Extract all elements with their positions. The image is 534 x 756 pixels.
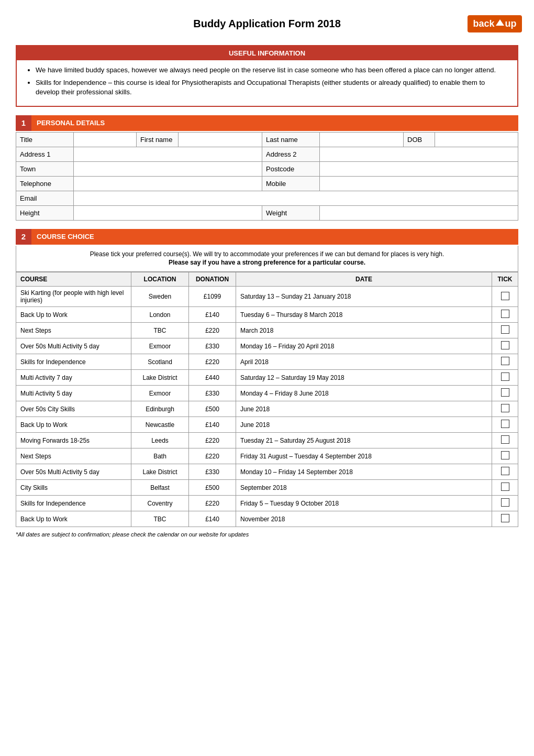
- col-header-donation: DONATION: [189, 272, 236, 287]
- tick-checkbox[interactable]: [501, 483, 509, 491]
- section2-title: COURSE CHOICE: [31, 229, 99, 244]
- table-row: Title First name Last name DOB: [16, 132, 518, 147]
- tick-checkbox[interactable]: [501, 388, 509, 397]
- course-location: Lake District: [131, 370, 189, 386]
- title-label: Title: [16, 132, 74, 147]
- course-tick-cell[interactable]: [492, 496, 518, 511]
- logo-container: back up: [471, 10, 518, 37]
- tick-checkbox[interactable]: [501, 325, 509, 334]
- list-item: Back Up to Work Newcastle £140 June 2018: [16, 417, 518, 433]
- course-tick-cell[interactable]: [492, 323, 518, 338]
- logo-text-back: back: [473, 18, 494, 29]
- course-date: September 2018: [236, 480, 492, 496]
- course-date: Monday 10 – Friday 14 September 2018: [236, 464, 492, 480]
- course-tick-cell[interactable]: [492, 354, 518, 370]
- tick-checkbox[interactable]: [501, 514, 509, 522]
- course-donation: £330: [189, 464, 236, 480]
- course-tick-cell[interactable]: [492, 464, 518, 480]
- tick-checkbox[interactable]: [501, 357, 509, 365]
- course-name: Back Up to Work: [16, 417, 131, 433]
- title-input[interactable]: [74, 132, 137, 147]
- last-name-label: Last name: [262, 132, 320, 147]
- last-name-input[interactable]: [320, 132, 404, 147]
- tick-checkbox[interactable]: [501, 372, 509, 381]
- mobile-label: Mobile: [262, 176, 320, 191]
- list-item: Over 50s Multi Activity 5 day Lake Distr…: [16, 464, 518, 480]
- course-table-header-row: COURSE LOCATION DONATION DATE TICK: [16, 272, 518, 287]
- postcode-label: Postcode: [262, 161, 320, 176]
- course-intro-bold: Please say if you have a strong preferen…: [169, 259, 365, 266]
- course-name: Multi Activity 5 day: [16, 386, 131, 401]
- course-tick-cell[interactable]: [492, 338, 518, 354]
- info-box-content: We have limited buddy spaces, however we…: [17, 60, 517, 106]
- tick-checkbox[interactable]: [501, 498, 509, 507]
- telephone-input[interactable]: [74, 176, 262, 191]
- course-tick-cell[interactable]: [492, 511, 518, 527]
- list-item: Moving Forwards 18-25s Leeds £220 Tuesda…: [16, 433, 518, 448]
- course-tick-cell[interactable]: [492, 417, 518, 433]
- weight-input[interactable]: [320, 205, 518, 220]
- email-input[interactable]: [74, 191, 518, 205]
- col-header-course: COURSE: [16, 272, 131, 287]
- course-tick-cell[interactable]: [492, 307, 518, 323]
- weight-label: Weight: [262, 205, 320, 220]
- tick-checkbox[interactable]: [501, 341, 509, 349]
- course-name: Moving Forwards 18-25s: [16, 433, 131, 448]
- course-name: Next Steps: [16, 323, 131, 338]
- course-location: London: [131, 307, 189, 323]
- personal-details-table: Title First name Last name DOB Address 1…: [16, 132, 518, 221]
- course-tick-cell[interactable]: [492, 287, 518, 307]
- height-label: Height: [16, 205, 74, 220]
- course-intro-text: Please tick your preferred course(s). We…: [90, 250, 444, 258]
- tick-checkbox[interactable]: [501, 435, 509, 444]
- course-name: Skills for Independence: [16, 354, 131, 370]
- dob-input[interactable]: [435, 132, 518, 147]
- info-bullet-2: Skills for Independence – this course is…: [36, 78, 509, 97]
- table-row: Telephone Mobile: [16, 176, 518, 191]
- course-location: Sweden: [131, 287, 189, 307]
- course-tick-cell[interactable]: [492, 448, 518, 464]
- col-header-date: DATE: [236, 272, 492, 287]
- list-item: Multi Activity 5 day Exmoor £330 Monday …: [16, 386, 518, 401]
- course-tick-cell[interactable]: [492, 401, 518, 417]
- town-input[interactable]: [74, 161, 262, 176]
- table-row: Email: [16, 191, 518, 205]
- tick-checkbox[interactable]: [501, 292, 509, 300]
- address1-input[interactable]: [74, 147, 262, 161]
- tick-checkbox[interactable]: [501, 467, 509, 475]
- table-row: Town Postcode: [16, 161, 518, 176]
- course-tick-cell[interactable]: [492, 480, 518, 496]
- course-name: Next Steps: [16, 448, 131, 464]
- course-tick-cell[interactable]: [492, 433, 518, 448]
- tick-checkbox[interactable]: [501, 310, 509, 318]
- course-date: March 2018: [236, 323, 492, 338]
- address2-input[interactable]: [320, 147, 518, 161]
- section2-number: 2: [16, 229, 31, 245]
- first-name-input[interactable]: [179, 132, 262, 147]
- col-header-tick: TICK: [492, 272, 518, 287]
- postcode-input[interactable]: [320, 161, 518, 176]
- course-tick-cell[interactable]: [492, 370, 518, 386]
- tick-checkbox[interactable]: [501, 451, 509, 459]
- course-location: TBC: [131, 511, 189, 527]
- course-location: Scotland: [131, 354, 189, 370]
- tick-checkbox[interactable]: [501, 404, 509, 412]
- height-input[interactable]: [74, 205, 262, 220]
- list-item: City Skills Belfast £500 September 2018: [16, 480, 518, 496]
- useful-information-box: USEFUL INFORMATION We have limited buddy…: [16, 45, 518, 107]
- section1-number: 1: [16, 115, 31, 131]
- course-location: Newcastle: [131, 417, 189, 433]
- tick-checkbox[interactable]: [501, 420, 509, 428]
- course-name: City Skills: [16, 480, 131, 496]
- course-location: Bath: [131, 448, 189, 464]
- info-bullet-1: We have limited buddy spaces, however we…: [36, 65, 509, 75]
- mobile-input[interactable]: [320, 176, 518, 191]
- telephone-label: Telephone: [16, 176, 74, 191]
- course-donation: £500: [189, 401, 236, 417]
- course-name: Back Up to Work: [16, 307, 131, 323]
- course-donation: £440: [189, 370, 236, 386]
- course-date: Friday 5 – Tuesday 9 October 2018: [236, 496, 492, 511]
- section1-title: PERSONAL DETAILS: [31, 116, 110, 130]
- course-tick-cell[interactable]: [492, 386, 518, 401]
- course-date: June 2018: [236, 401, 492, 417]
